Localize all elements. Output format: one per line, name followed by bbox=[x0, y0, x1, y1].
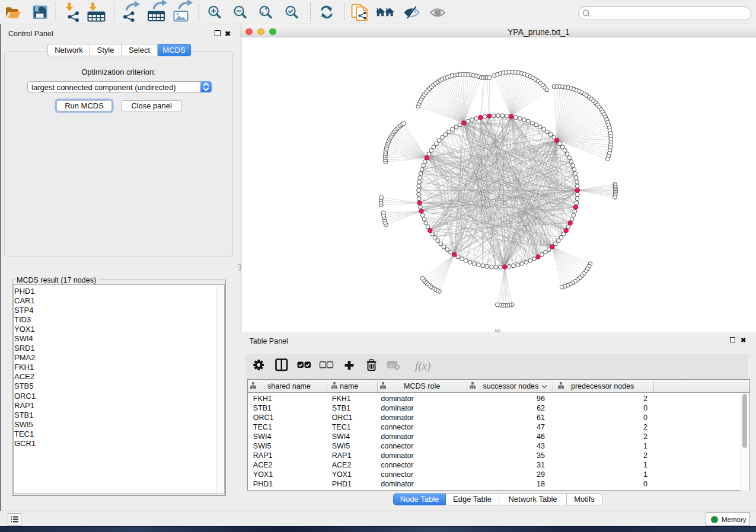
svg-text:Memory: Memory bbox=[722, 516, 747, 523]
svg-text:f(x): f(x) bbox=[415, 359, 430, 372]
